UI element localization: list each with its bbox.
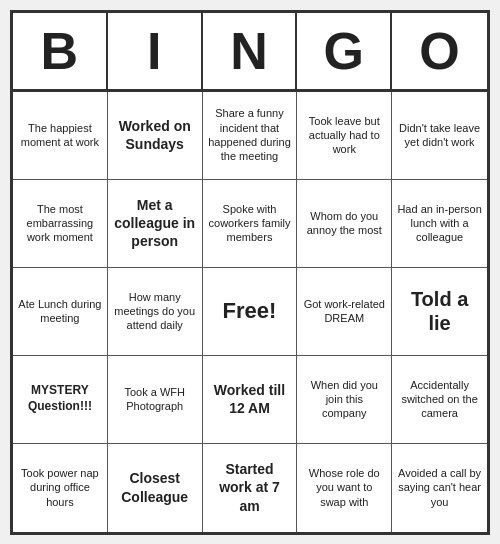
- bingo-cell-5[interactable]: The most embarrassing work moment: [13, 180, 108, 268]
- bingo-cell-14[interactable]: Told a lie: [392, 268, 487, 356]
- cell-text-8: Whom do you annoy the most: [302, 209, 386, 238]
- cell-text-24: Avoided a call by saying can't hear you: [397, 466, 482, 509]
- cell-text-4: Didn't take leave yet didn't work: [397, 121, 482, 150]
- bingo-header: BINGO: [13, 13, 487, 92]
- bingo-cell-13[interactable]: Got work-related DREAM: [297, 268, 392, 356]
- cell-text-18: When did you join this company: [302, 378, 386, 421]
- bingo-cell-11[interactable]: How many meetings do you attend daily: [108, 268, 203, 356]
- bingo-cell-1[interactable]: Worked on Sundays: [108, 92, 203, 180]
- bingo-letter-o: O: [392, 13, 487, 89]
- bingo-cell-12[interactable]: Free!: [203, 268, 298, 356]
- bingo-cell-18[interactable]: When did you join this company: [297, 356, 392, 444]
- bingo-letter-b: B: [13, 13, 108, 89]
- bingo-cell-21[interactable]: Closest Colleague: [108, 444, 203, 532]
- bingo-cell-16[interactable]: Took a WFH Photograph: [108, 356, 203, 444]
- bingo-cell-2[interactable]: Share a funny incident that happened dur…: [203, 92, 298, 180]
- cell-text-10: Ate Lunch during meeting: [18, 297, 102, 326]
- bingo-cell-0[interactable]: The happiest moment at work: [13, 92, 108, 180]
- bingo-cell-4[interactable]: Didn't take leave yet didn't work: [392, 92, 487, 180]
- cell-text-6: Met a colleague in person: [113, 196, 197, 251]
- bingo-letter-g: G: [297, 13, 392, 89]
- cell-text-0: The happiest moment at work: [18, 121, 102, 150]
- bingo-cell-8[interactable]: Whom do you annoy the most: [297, 180, 392, 268]
- bingo-cell-9[interactable]: Had an in-person lunch with a colleague: [392, 180, 487, 268]
- cell-text-1: Worked on Sundays: [113, 117, 197, 153]
- bingo-grid: The happiest moment at workWorked on Sun…: [13, 92, 487, 532]
- cell-text-22: Started work at 7 am: [208, 460, 292, 515]
- cell-text-16: Took a WFH Photograph: [113, 385, 197, 414]
- cell-text-19: Accidentally switched on the camera: [397, 378, 482, 421]
- bingo-letter-i: I: [108, 13, 203, 89]
- bingo-cell-19[interactable]: Accidentally switched on the camera: [392, 356, 487, 444]
- bingo-cell-15[interactable]: MYSTERY Question!!!: [13, 356, 108, 444]
- cell-text-20: Took power nap during office hours: [18, 466, 102, 509]
- cell-text-7: Spoke with coworkers family members: [208, 202, 292, 245]
- cell-text-17: Worked till 12 AM: [208, 381, 292, 417]
- cell-text-14: Told a lie: [397, 287, 482, 335]
- bingo-cell-22[interactable]: Started work at 7 am: [203, 444, 298, 532]
- cell-text-21: Closest Colleague: [113, 469, 197, 505]
- cell-text-3: Took leave but actually had to work: [302, 114, 386, 157]
- cell-text-15: MYSTERY Question!!!: [18, 383, 102, 414]
- bingo-cell-10[interactable]: Ate Lunch during meeting: [13, 268, 108, 356]
- cell-text-12: Free!: [223, 297, 277, 326]
- cell-text-23: Whose role do you want to swap with: [302, 466, 386, 509]
- bingo-cell-17[interactable]: Worked till 12 AM: [203, 356, 298, 444]
- bingo-cell-7[interactable]: Spoke with coworkers family members: [203, 180, 298, 268]
- cell-text-13: Got work-related DREAM: [302, 297, 386, 326]
- cell-text-5: The most embarrassing work moment: [18, 202, 102, 245]
- bingo-cell-24[interactable]: Avoided a call by saying can't hear you: [392, 444, 487, 532]
- bingo-cell-3[interactable]: Took leave but actually had to work: [297, 92, 392, 180]
- bingo-letter-n: N: [203, 13, 298, 89]
- cell-text-11: How many meetings do you attend daily: [113, 290, 197, 333]
- bingo-cell-20[interactable]: Took power nap during office hours: [13, 444, 108, 532]
- bingo-card: BINGO The happiest moment at workWorked …: [10, 10, 490, 535]
- cell-text-2: Share a funny incident that happened dur…: [208, 106, 292, 163]
- cell-text-9: Had an in-person lunch with a colleague: [397, 202, 482, 245]
- bingo-cell-23[interactable]: Whose role do you want to swap with: [297, 444, 392, 532]
- bingo-cell-6[interactable]: Met a colleague in person: [108, 180, 203, 268]
